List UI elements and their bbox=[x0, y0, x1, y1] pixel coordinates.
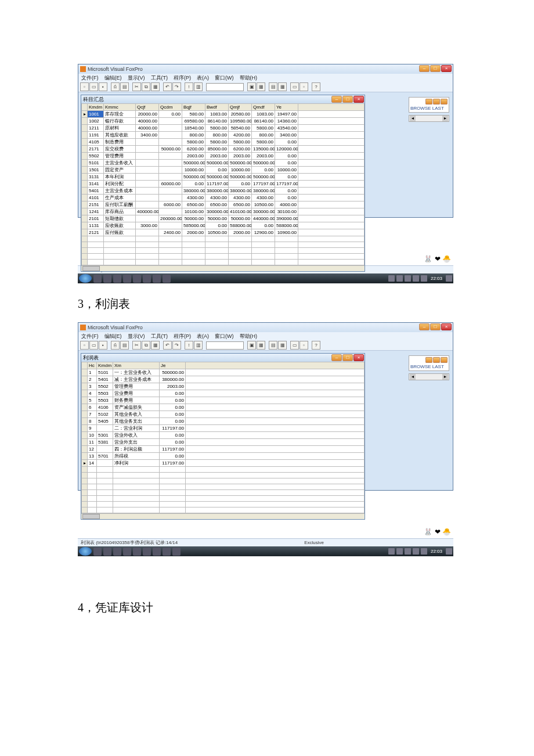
auto-icon[interactable]: ▦ bbox=[257, 82, 265, 91]
grid-cell[interactable]: 应付账款 bbox=[104, 229, 136, 236]
grid-cell[interactable]: 6200.00 bbox=[182, 146, 205, 153]
form-icon[interactable]: ▣ bbox=[247, 341, 256, 350]
grid-cell[interactable]: 5102 bbox=[97, 411, 113, 418]
grid-cell[interactable] bbox=[136, 201, 159, 208]
grid-cell[interactable]: 5503 bbox=[97, 397, 113, 404]
column-header[interactable]: Kmdm bbox=[88, 104, 104, 111]
browse-min-button[interactable]: – bbox=[331, 96, 342, 103]
grid-cell[interactable]: 3000.00 bbox=[136, 222, 159, 229]
float-close-button[interactable] bbox=[441, 357, 448, 363]
task-icon[interactable] bbox=[113, 275, 121, 283]
grid-cell[interactable]: 2171 bbox=[88, 146, 104, 153]
grid-cell[interactable] bbox=[159, 153, 182, 160]
command-window[interactable]: BROWSE LAST ◄► bbox=[409, 355, 449, 380]
grid-cell[interactable]: 净利润 bbox=[113, 460, 160, 467]
grid-cell[interactable]: 库存商品 bbox=[104, 208, 136, 215]
grid-cell[interactable] bbox=[136, 146, 159, 153]
grid-cell[interactable]: 30100.00 bbox=[275, 208, 298, 215]
tray-icon[interactable] bbox=[388, 548, 395, 555]
grid-cell[interactable] bbox=[159, 118, 182, 125]
float-max-button[interactable] bbox=[433, 99, 440, 105]
grid-cell[interactable]: 117197.00 bbox=[160, 460, 186, 467]
grid-cell[interactable]: 380000.00 bbox=[182, 188, 205, 195]
grid-cell[interactable]: 4 bbox=[88, 390, 97, 397]
grid-cell[interactable] bbox=[159, 195, 182, 201]
grid-cell[interactable]: 440000.00 bbox=[252, 215, 275, 222]
save-icon[interactable]: ▪ bbox=[99, 82, 107, 91]
grid-cell[interactable]: 5502 bbox=[88, 153, 104, 160]
grid-cell[interactable]: 减：主营业务成本 bbox=[113, 376, 160, 383]
taskbar[interactable]: 22:03 bbox=[78, 273, 453, 283]
run-icon[interactable]: ! bbox=[185, 82, 193, 91]
grid-cell[interactable]: 19497.00 bbox=[275, 111, 298, 118]
grid-cell[interactable]: 1 bbox=[88, 369, 97, 376]
task-icon[interactable] bbox=[93, 548, 102, 556]
browse-min-button[interactable]: – bbox=[331, 354, 342, 361]
grid-cell[interactable]: 500000.00 bbox=[182, 174, 205, 181]
grid-cell[interactable]: 4300.00 bbox=[229, 195, 252, 201]
grid-cell[interactable]: 0.00 bbox=[275, 174, 298, 181]
grid-cell[interactable]: 13 bbox=[88, 453, 97, 460]
float-min-button[interactable] bbox=[425, 99, 432, 105]
grid-cell[interactable]: 6000.00 bbox=[159, 201, 182, 208]
column-header[interactable]: Kmmc bbox=[104, 104, 136, 111]
grid-cell[interactable]: 500000.00 bbox=[160, 369, 186, 376]
minimize-button[interactable]: – bbox=[419, 323, 430, 330]
print-icon[interactable]: ⎙ bbox=[111, 341, 120, 350]
window-icon[interactable]: ▭ bbox=[290, 82, 299, 91]
browse-max-button[interactable]: □ bbox=[342, 354, 353, 361]
db-icon[interactable]: ▤ bbox=[269, 82, 277, 91]
grid-cell[interactable] bbox=[159, 167, 182, 174]
column-header[interactable]: Ye bbox=[275, 104, 298, 111]
column-header[interactable]: Qcjf bbox=[136, 104, 159, 111]
column-header[interactable]: Kmdm bbox=[97, 362, 113, 369]
grid-cell[interactable]: 800.00 bbox=[182, 132, 205, 139]
grid-cell[interactable]: 580.00 bbox=[182, 111, 205, 118]
task-icon[interactable] bbox=[93, 275, 102, 283]
grid-cell[interactable]: 5502 bbox=[97, 383, 113, 390]
copy-icon[interactable]: ⧉ bbox=[142, 82, 150, 91]
show-desktop-button[interactable] bbox=[446, 548, 452, 555]
grid-cell[interactable]: 3 bbox=[88, 383, 97, 390]
task-icon[interactable] bbox=[172, 548, 181, 556]
grid-cell[interactable]: 2003.00 bbox=[229, 153, 252, 160]
grid-cell[interactable]: 生产成本 bbox=[104, 195, 136, 201]
grid-cell[interactable] bbox=[159, 188, 182, 195]
system-tray[interactable]: 22:03 bbox=[388, 275, 452, 282]
column-header[interactable]: Je bbox=[160, 362, 186, 369]
menu-item[interactable]: 窗口(W) bbox=[215, 74, 234, 82]
menu-item[interactable]: 表(A) bbox=[197, 333, 209, 340]
grid-cell[interactable]: 6 bbox=[88, 404, 97, 411]
browse-titlebar[interactable]: 利润表 – □ × bbox=[81, 354, 365, 362]
grid-cell[interactable]: 400000.00 bbox=[136, 208, 159, 215]
grid-cell[interactable]: 10000.00 bbox=[275, 167, 298, 174]
grid-cell[interactable]: 5800.00 bbox=[205, 139, 229, 146]
float-scrollbar[interactable]: ◄► bbox=[409, 115, 449, 122]
grid-cell[interactable]: 500000.00 bbox=[229, 174, 252, 181]
grid-cell[interactable] bbox=[136, 139, 159, 146]
grid-cell[interactable]: 1241 bbox=[88, 208, 104, 215]
show-desktop-button[interactable] bbox=[446, 275, 452, 282]
grid-cell[interactable]: 4000.00 bbox=[275, 201, 298, 208]
grid-cell[interactable]: 300000.00 bbox=[205, 208, 229, 215]
redo-icon[interactable]: ↷ bbox=[172, 82, 181, 91]
grid-cell[interactable]: 43540.00 bbox=[275, 125, 298, 132]
grid-cell[interactable] bbox=[136, 215, 159, 222]
grid-cell[interactable]: 4101 bbox=[88, 195, 104, 201]
grid-cell[interactable]: 9 bbox=[88, 425, 97, 432]
new-icon[interactable]: ▫ bbox=[80, 341, 89, 350]
grid-cell[interactable]: 2121 bbox=[88, 229, 104, 236]
menubar[interactable]: 文件(F)编辑(E)显示(V)工具(T)程序(P)表(A)窗口(W)帮助(H) bbox=[78, 332, 453, 340]
grid-cell[interactable]: 4300.00 bbox=[205, 195, 229, 201]
grid-cell[interactable]: 固定资产 bbox=[104, 167, 136, 174]
grid-cell[interactable]: 二：营业利润 bbox=[113, 425, 160, 432]
grid-container[interactable]: KmdmKmmcQcjfQcdmBqjfBwdfQmjfQmdfYe▸1001库… bbox=[81, 103, 365, 265]
taskbar[interactable]: 22:03 bbox=[78, 546, 453, 556]
grid-cell[interactable]: 0.00 bbox=[160, 397, 186, 404]
grid-cell[interactable]: 500000.00 bbox=[182, 160, 205, 167]
grid-cell[interactable]: 其他业务收入 bbox=[113, 411, 160, 418]
toolbar[interactable]: ▫ ▭ ▪ ⎙ ▤ ✂ ⧉ ▦ ↶ ↷ ! ▥ ▣ ▦ bbox=[78, 340, 453, 351]
column-header[interactable]: Xm bbox=[113, 362, 160, 369]
column-header[interactable]: Qcdm bbox=[159, 104, 182, 111]
grid-cell[interactable]: 5800.00 bbox=[252, 125, 275, 132]
